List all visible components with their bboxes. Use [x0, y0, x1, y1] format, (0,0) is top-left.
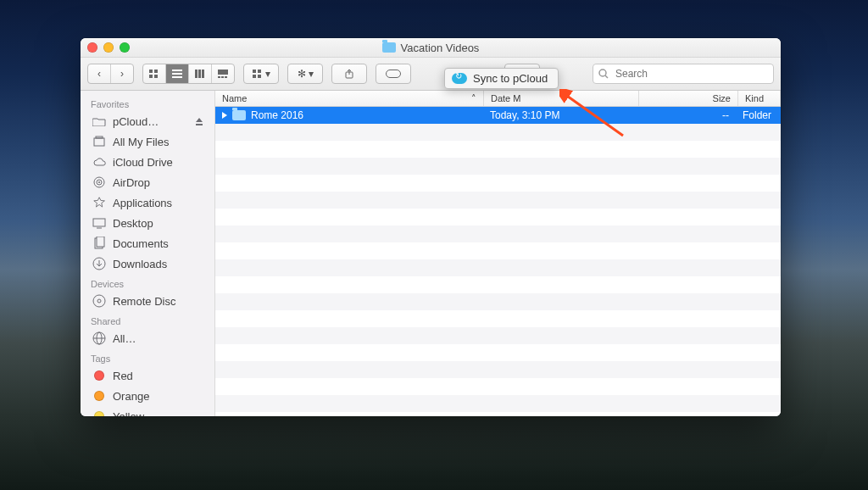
file-size: --	[722, 109, 729, 121]
sidebar-item-tag-red[interactable]: Red	[81, 365, 214, 386]
sidebar-item-documents[interactable]: Documents	[81, 233, 214, 253]
svg-rect-2	[149, 75, 153, 78]
sidebar-item-remotedisc[interactable]: Remote Disc	[81, 291, 214, 311]
svg-point-26	[98, 181, 100, 183]
sidebar-item-label: Applications	[113, 197, 172, 209]
view-columns-button[interactable]	[189, 64, 212, 83]
svg-point-33	[97, 299, 101, 303]
table-row[interactable]: Rome 2016 Today, 3:10 PM -- Folder	[215, 107, 781, 124]
search-icon	[598, 69, 609, 79]
svg-rect-22	[94, 138, 104, 146]
svg-line-21	[605, 75, 608, 78]
chevron-down-icon: ▾	[309, 68, 314, 80]
sidebar: FavoritespCloud…All My FilesiCloud Drive…	[81, 91, 215, 416]
svg-rect-17	[258, 75, 261, 78]
svg-rect-27	[93, 219, 105, 226]
svg-rect-12	[221, 76, 224, 78]
column-size-label: Size	[713, 93, 731, 103]
rows[interactable]: Rome 2016 Today, 3:10 PM -- Folder	[215, 107, 781, 416]
column-size[interactable]: Size	[639, 91, 738, 106]
pcloud-dropdown-menu: Sync to pCloud	[444, 68, 559, 89]
column-date-label: Date M	[491, 93, 520, 103]
column-name-label: Name	[222, 93, 247, 103]
allfiles-icon	[92, 135, 106, 148]
window-title: Vacation Videos	[382, 42, 480, 54]
share-button[interactable]	[331, 64, 367, 84]
downloads-icon	[92, 257, 106, 270]
search-field[interactable]	[593, 64, 774, 84]
action-button[interactable]: ✻ ▾	[287, 64, 323, 84]
sidebar-item-pcloud[interactable]: pCloud…	[81, 111, 214, 131]
svg-rect-15	[258, 70, 261, 73]
file-name: Rome 2016	[251, 109, 303, 121]
window-title-text: Vacation Videos	[401, 42, 480, 54]
view-icons-button[interactable]	[143, 64, 166, 83]
sidebar-item-all-shared[interactable]: All…	[81, 328, 214, 348]
forward-button[interactable]: ›	[111, 64, 133, 83]
svg-rect-3	[154, 75, 158, 78]
svg-rect-30	[97, 237, 104, 247]
svg-rect-1	[154, 70, 158, 73]
sort-asc-icon: ˄	[471, 93, 476, 104]
eject-icon[interactable]	[192, 114, 206, 128]
sidebar-item-label: Desktop	[113, 217, 153, 230]
file-date: Today, 3:10 PM	[490, 109, 560, 121]
svg-rect-11	[218, 76, 220, 78]
minimize-button[interactable]	[103, 42, 114, 53]
svg-rect-23	[96, 136, 103, 138]
tag-icon	[92, 409, 106, 416]
folder-icon	[232, 110, 246, 120]
tag-icon	[92, 369, 106, 382]
sidebar-item-label: Remote Disc	[113, 295, 175, 308]
columns-header: Name ˄ Date M Size Kind	[215, 91, 781, 107]
sidebar-header: Tags	[81, 348, 214, 365]
svg-rect-6	[172, 76, 182, 78]
arrange-button[interactable]: ▾	[243, 64, 279, 84]
menu-item-sync[interactable]: Sync to pCloud	[473, 72, 548, 85]
titlebar: Vacation Videos	[81, 38, 781, 58]
chevron-down-icon: ▾	[265, 68, 270, 80]
svg-rect-4	[172, 70, 182, 71]
zoom-button[interactable]	[120, 42, 130, 53]
svg-rect-7	[195, 70, 198, 78]
sidebar-item-label: iCloud Drive	[113, 156, 173, 169]
sidebar-item-desktop[interactable]: Desktop	[81, 213, 214, 233]
svg-point-32	[93, 295, 105, 307]
svg-rect-10	[218, 70, 228, 75]
sidebar-header: Shared	[81, 311, 214, 328]
folder-icon	[92, 114, 106, 128]
sidebar-item-icloud[interactable]: iCloud Drive	[81, 152, 214, 172]
sidebar-item-tag-orange[interactable]: Orange	[81, 386, 214, 406]
sidebar-item-downloads[interactable]: Downloads	[81, 253, 214, 274]
disclosure-triangle-icon[interactable]	[222, 112, 227, 119]
sidebar-item-label: Red	[113, 370, 133, 382]
view-gallery-button[interactable]	[212, 64, 234, 83]
close-button[interactable]	[87, 42, 97, 53]
sidebar-item-tag-yellow[interactable]: Yellow	[81, 406, 214, 416]
sidebar-item-airdrop[interactable]: AirDrop	[81, 172, 214, 192]
svg-rect-8	[198, 70, 201, 78]
documents-icon	[92, 237, 106, 250]
view-mode-segment	[142, 64, 235, 84]
sidebar-item-label: Documents	[113, 237, 169, 250]
toolbar: ‹ › ▾ ✻	[81, 58, 781, 91]
sidebar-item-label: All My Files	[113, 136, 169, 148]
sidebar-item-label: Orange	[113, 390, 149, 403]
search-input[interactable]	[614, 67, 768, 81]
column-kind[interactable]: Kind	[738, 91, 781, 106]
column-name[interactable]: Name ˄	[215, 91, 484, 106]
svg-point-20	[599, 70, 606, 76]
svg-rect-13	[225, 76, 227, 78]
svg-rect-16	[253, 75, 256, 78]
sidebar-item-allfiles[interactable]: All My Files	[81, 131, 214, 152]
gear-icon: ✻	[298, 68, 306, 80]
back-button[interactable]: ‹	[88, 64, 111, 83]
sidebar-item-label: pCloud…	[113, 115, 159, 128]
sidebar-item-label: Downloads	[113, 258, 167, 270]
sidebar-header: Favorites	[81, 94, 214, 111]
column-kind-label: Kind	[745, 93, 764, 103]
column-date[interactable]: Date M	[484, 91, 639, 106]
tags-button[interactable]	[376, 64, 411, 84]
view-list-button[interactable]	[166, 64, 189, 83]
sidebar-item-apps[interactable]: Applications	[81, 192, 214, 213]
